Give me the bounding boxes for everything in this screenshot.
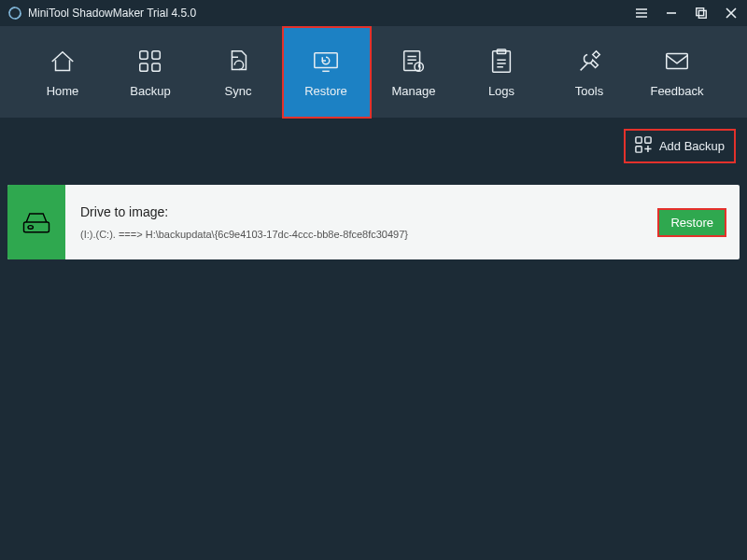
nav-label: Manage (392, 84, 436, 98)
nav-label: Feedback (650, 84, 703, 98)
backup-icon (135, 47, 165, 77)
add-backup-button[interactable]: Add Backup (624, 129, 736, 163)
backup-card: Drive to image: (I:).(C:). ===> H:\backu… (7, 185, 740, 259)
card-title: Drive to image: (80, 204, 642, 219)
nav-tools[interactable]: Tools (545, 26, 633, 118)
svg-rect-4 (140, 63, 148, 70)
maximize-icon[interactable] (693, 5, 710, 21)
nav-feedback[interactable]: Feedback (633, 26, 721, 118)
nav-label: Sync (225, 84, 252, 98)
logs-icon (486, 47, 516, 77)
nav-backup[interactable]: Backup (106, 26, 194, 118)
svg-rect-14 (636, 147, 641, 152)
close-icon[interactable] (723, 5, 740, 21)
menu-icon[interactable] (633, 5, 650, 21)
svg-rect-0 (697, 8, 704, 16)
nav-home[interactable]: Home (19, 26, 106, 118)
svg-rect-12 (636, 137, 641, 143)
card-path: (I:).(C:). ===> H:\backupdata\{6c9e4103-… (80, 229, 642, 240)
svg-rect-11 (667, 53, 688, 68)
nav-manage[interactable]: Manage (370, 26, 458, 118)
tools-icon (574, 47, 604, 77)
nav-sync[interactable]: Sync (194, 26, 282, 118)
window-controls (633, 5, 740, 21)
feedback-icon (662, 47, 692, 77)
nav-label: Tools (575, 84, 603, 98)
card-action: Restore (657, 185, 740, 259)
nav-restore[interactable]: Restore (282, 26, 370, 118)
manage-icon (399, 47, 429, 77)
app-logo-icon (7, 6, 22, 21)
nav-label: Logs (488, 84, 514, 98)
add-backup-icon (635, 136, 652, 156)
restore-button[interactable]: Restore (657, 208, 726, 237)
svg-point-16 (28, 226, 33, 230)
titlebar: MiniTool ShadowMaker Trial 4.5.0 (0, 0, 747, 26)
card-body: Drive to image: (I:).(C:). ===> H:\backu… (65, 185, 657, 259)
svg-rect-7 (404, 50, 420, 70)
add-backup-label: Add Backup (659, 139, 725, 153)
svg-rect-13 (645, 137, 651, 143)
nav-label: Backup (130, 84, 170, 98)
nav-label: Restore (304, 84, 347, 98)
minimize-icon[interactable] (663, 5, 680, 21)
main-nav: Home Backup Sync Restore Manage Logs Too… (0, 26, 747, 118)
nav-logs[interactable]: Logs (458, 26, 545, 118)
svg-rect-5 (152, 63, 160, 70)
svg-rect-1 (698, 10, 706, 18)
sync-icon (223, 47, 253, 77)
nav-label: Home (47, 84, 79, 98)
drive-icon (7, 185, 65, 259)
svg-rect-2 (140, 50, 148, 58)
svg-rect-3 (152, 50, 160, 58)
content-area: Add Backup Drive to image: (I:).(C:). ==… (0, 118, 747, 274)
home-icon (48, 47, 78, 77)
restore-icon (311, 47, 341, 77)
app-title: MiniTool ShadowMaker Trial 4.5.0 (28, 7, 633, 20)
